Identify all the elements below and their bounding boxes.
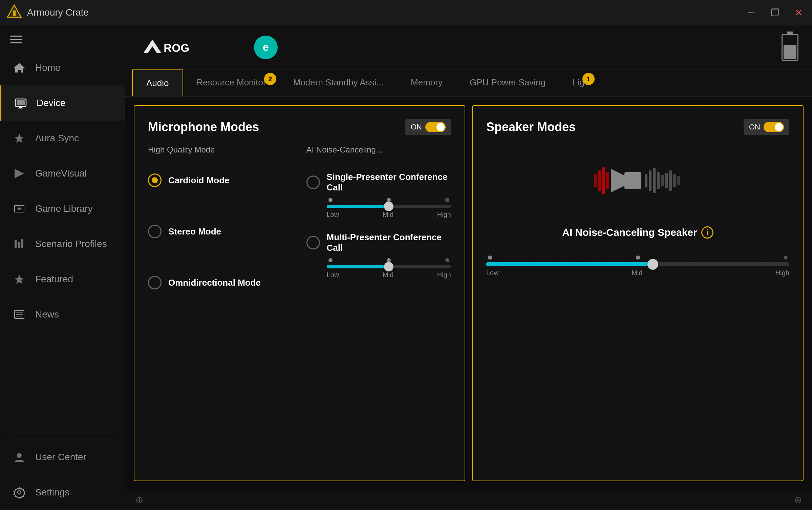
single-low-label: Low xyxy=(327,211,339,219)
stereo-mode-option[interactable]: Stereo Mode xyxy=(148,220,293,243)
single-mid-label: Mid xyxy=(383,211,393,219)
tab-gpu-power-saving[interactable]: GPU Power Saving xyxy=(456,69,559,96)
svg-rect-26 xyxy=(645,174,647,187)
header-avatar[interactable]: e xyxy=(254,36,278,59)
tab-resource-monitor[interactable]: Resource Monitor 2 xyxy=(183,69,280,96)
maximize-button[interactable]: ❐ xyxy=(768,6,782,19)
sidebar-item-gamevisual[interactable]: GameVisual xyxy=(0,156,125,191)
sidebar-item-settings[interactable]: Settings xyxy=(0,475,125,510)
svg-rect-13 xyxy=(21,239,23,248)
ai-noise-label: AI Noise-Canceling Speaker i xyxy=(486,226,789,239)
speaker-dot-high xyxy=(784,256,788,260)
multi-presenter-radio[interactable] xyxy=(306,236,320,249)
news-icon xyxy=(12,307,27,322)
svg-rect-22 xyxy=(594,174,597,187)
cardioid-radio[interactable] xyxy=(148,174,162,187)
mic-left-column: High Quality Mode Cardioid Mode Stereo M… xyxy=(148,145,293,294)
svg-rect-15 xyxy=(16,312,23,313)
multi-presenter-thumb[interactable] xyxy=(384,262,393,271)
bottom-bar: ⊕ ⊕ xyxy=(125,490,812,510)
stereo-radio[interactable] xyxy=(148,225,162,238)
settings-icon xyxy=(12,485,27,500)
speaker-slider-labels: Low Mid High xyxy=(486,269,789,277)
dot-high2 xyxy=(445,258,449,262)
single-presenter-track[interactable] xyxy=(327,205,451,208)
mic-right-column: AI Noise-Canceling... Single-Presenter C… xyxy=(306,145,451,294)
single-presenter-label: Single-Presenter Conference Call xyxy=(327,172,451,193)
sidebar-item-home-label: Home xyxy=(35,62,61,73)
sidebar-item-aura-sync[interactable]: Aura Sync xyxy=(0,121,125,156)
multi-presenter-option: Multi-Presenter Conference Call xyxy=(306,232,451,279)
battery-fill xyxy=(784,45,796,59)
content-area: ROG e Audio Resource Monitor 2 xyxy=(125,25,812,510)
omni-radio[interactable] xyxy=(148,276,162,289)
svg-text:ROG: ROG xyxy=(164,42,189,54)
speaker-waveform-icon xyxy=(591,155,685,206)
single-presenter-thumb[interactable] xyxy=(384,202,393,211)
ai-noise-info-button[interactable]: i xyxy=(701,226,713,239)
minimize-button[interactable]: ─ xyxy=(744,6,758,19)
tab-audio[interactable]: Audio xyxy=(132,69,183,96)
cardioid-label: Cardioid Mode xyxy=(168,175,230,186)
tab-lighting[interactable]: Lig 1 xyxy=(559,69,598,96)
svg-rect-32 xyxy=(669,170,672,191)
sidebar-item-game-library[interactable]: Game Library xyxy=(0,191,125,226)
tab-memory[interactable]: Memory xyxy=(397,69,456,96)
microphone-panel: Microphone Modes ON High Quality Mode xyxy=(134,105,465,481)
svg-rect-17 xyxy=(16,316,21,317)
stereo-label: Stereo Mode xyxy=(168,226,221,237)
svg-point-19 xyxy=(18,491,21,494)
sidebar-item-scenario-profiles[interactable]: Scenario Profiles xyxy=(0,226,125,262)
svg-rect-25 xyxy=(606,172,609,189)
battery-icon xyxy=(782,34,798,61)
scenario-profiles-icon xyxy=(12,237,27,251)
sidebar-bottom: User Center Settings xyxy=(0,436,125,510)
aura-sync-icon xyxy=(12,131,27,146)
speaker-slider-fill xyxy=(486,262,653,266)
sidebar-item-home[interactable]: Home xyxy=(0,50,125,85)
single-presenter-radio[interactable] xyxy=(306,176,320,189)
app-icon xyxy=(7,4,22,21)
cardioid-mode-option[interactable]: Cardioid Mode xyxy=(148,168,293,192)
sidebar-item-user-center[interactable]: User Center xyxy=(0,440,125,475)
content-header: ROG e xyxy=(125,25,812,69)
sidebar-item-featured[interactable]: Featured xyxy=(0,262,125,297)
sidebar-item-news[interactable]: News xyxy=(0,297,125,332)
svg-marker-7 xyxy=(15,169,24,178)
svg-rect-30 xyxy=(661,175,664,186)
sidebar: Home Device xyxy=(0,25,125,510)
sidebar-item-user-center-label: User Center xyxy=(35,452,86,463)
tab-resource-monitor-badge: 2 xyxy=(264,73,276,85)
dot-low2 xyxy=(328,258,333,262)
hamburger-menu-button[interactable] xyxy=(0,29,125,50)
svg-point-18 xyxy=(17,453,22,458)
hamburger-icon xyxy=(10,36,115,43)
microphone-title: Microphone Modes xyxy=(148,120,259,134)
svg-rect-34 xyxy=(677,176,680,185)
dot-low xyxy=(328,198,333,202)
header-right xyxy=(771,34,798,61)
single-high-label: High xyxy=(437,211,451,219)
multi-low-label: Low xyxy=(327,271,339,279)
mic-left-divider xyxy=(148,206,293,206)
sidebar-item-device-label: Device xyxy=(37,98,66,108)
single-presenter-fill xyxy=(327,205,389,208)
single-presenter-option: Single-Presenter Conference Call xyxy=(306,172,451,219)
multi-presenter-track[interactable] xyxy=(327,265,451,268)
app-title: Armoury Crate xyxy=(27,7,89,18)
multi-presenter-header: Multi-Presenter Conference Call xyxy=(306,232,451,253)
speaker-dot-mid xyxy=(636,256,640,260)
rog-logo: ROG xyxy=(139,37,207,58)
microphone-toggle-thumb xyxy=(436,123,445,131)
svg-rect-23 xyxy=(598,170,601,191)
tab-modern-standby[interactable]: Modern Standby Assi... xyxy=(280,69,397,96)
close-button[interactable]: ✕ xyxy=(792,6,805,19)
sidebar-item-device[interactable]: Device xyxy=(0,85,125,121)
speaker-slider-track[interactable] xyxy=(486,262,789,266)
multi-presenter-label: Multi-Presenter Conference Call xyxy=(327,232,451,253)
speaker-toggle[interactable]: ON xyxy=(744,119,789,135)
single-presenter-labels: Low Mid High xyxy=(327,211,451,219)
microphone-toggle[interactable]: ON xyxy=(405,119,451,135)
omni-mode-option[interactable]: Omnidirectional Mode xyxy=(148,271,293,294)
speaker-slider-thumb[interactable] xyxy=(647,259,658,270)
